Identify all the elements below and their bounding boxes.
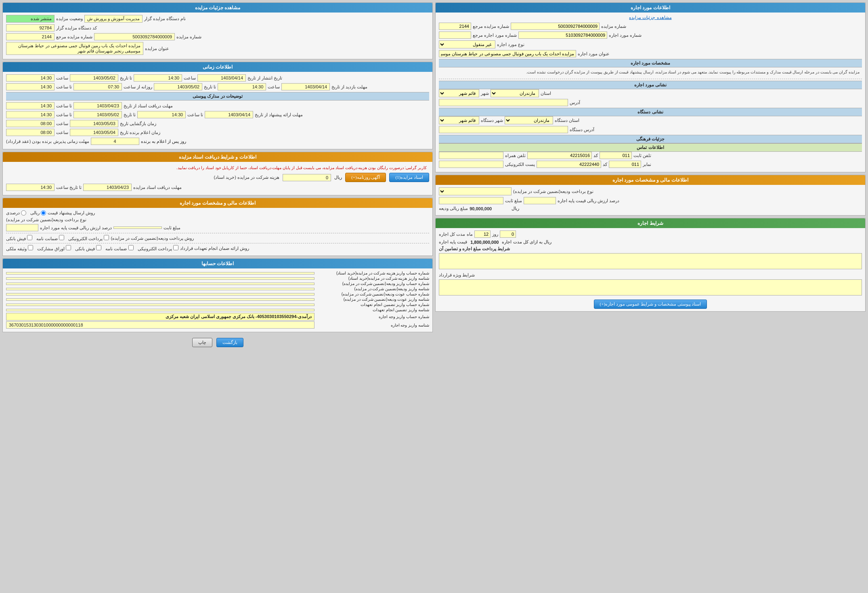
back-button[interactable]: بازگشت bbox=[216, 338, 243, 347]
rent-ref-number-input[interactable] bbox=[439, 31, 471, 39]
special-conditions-textarea[interactable] bbox=[439, 279, 862, 295]
device-city-select[interactable]: قائم شهر bbox=[439, 116, 479, 124]
revise-to-date-value: 1403/05/02 bbox=[154, 83, 202, 90]
offer-deadline-date-value: 1403/04/14 bbox=[205, 111, 253, 118]
device-state-select[interactable]: مازندران bbox=[505, 116, 553, 124]
pay-electronic[interactable]: پرداخت الکترونیکی bbox=[68, 235, 109, 241]
account-row: شناسه واریز ودیعه(تضمین شرکت در مزایده) bbox=[6, 287, 429, 291]
city-select[interactable]: قائم شهر bbox=[439, 89, 479, 97]
attach-button[interactable]: اسناد پیوستی مشخصات و شرایط عمومی مورد ا… bbox=[594, 300, 707, 309]
account-row: شماره حساب عودت ودیعه(تضمین شرکت در مزای… bbox=[6, 292, 429, 296]
contract-guarantee[interactable]: ضمانت نامه bbox=[105, 245, 133, 251]
doc-deadline-date-label: مهلت دریافت اسناد مزایده bbox=[133, 185, 182, 190]
rent-type-select[interactable]: غیر منقول bbox=[439, 40, 495, 48]
rent-number-input[interactable] bbox=[518, 31, 607, 39]
revise-to-time-label: تا ساعت bbox=[56, 84, 72, 90]
contract-property[interactable]: وثیقه ملکی bbox=[6, 245, 33, 251]
contract-days-suffix: روز پس از اعلام به برنده bbox=[141, 139, 186, 144]
fixed-amount-right-label: مبلغ ثابت bbox=[164, 225, 180, 230]
contract-days-value: 4 bbox=[91, 138, 139, 145]
doc-deadline-date-value: 1403/04/23 bbox=[83, 184, 132, 191]
account-row: شناسه واریز هزینه شرکت در مزایده(خرید اس… bbox=[6, 276, 429, 281]
rent-number-label: شماره مورد اجاره bbox=[609, 33, 642, 38]
pay-electronic-check[interactable] bbox=[104, 235, 109, 240]
payment-conditions-textarea[interactable] bbox=[439, 253, 862, 269]
base-price-rent-input[interactable] bbox=[6, 224, 38, 231]
account-value bbox=[6, 277, 314, 280]
account-label: شناسه واریز ودیعه(تضمین شرکت در مزایده) bbox=[316, 287, 429, 291]
revise-to-date-label: تا تاریخ bbox=[204, 84, 216, 90]
fax-code-input[interactable] bbox=[609, 161, 641, 168]
contract-partnership[interactable]: اوراق مشارکت bbox=[37, 245, 71, 251]
email-input[interactable] bbox=[439, 161, 503, 168]
send-price-percent-radio[interactable] bbox=[21, 210, 26, 216]
contract-electronic[interactable]: پرداخت الکترونیکی bbox=[138, 245, 178, 251]
doc-deadline-time-value: 14:30 bbox=[6, 184, 55, 191]
status-value: منتشر شده bbox=[6, 15, 55, 23]
deposit-type-select[interactable] bbox=[439, 187, 512, 195]
contract-guarantee-check[interactable] bbox=[128, 245, 134, 250]
auction-doc-btn[interactable]: اسناد مزایده(1) bbox=[389, 173, 429, 182]
device-city-label: شهر دستگاه bbox=[481, 118, 503, 123]
latest-btn[interactable]: آگهی روزنامه(+) bbox=[345, 173, 386, 182]
state-select[interactable]: مازندران bbox=[491, 89, 539, 97]
account-row: شناسه واریز تضمین انجام تعهدات bbox=[6, 308, 429, 312]
print-button[interactable]: چاپ bbox=[192, 338, 212, 347]
contract-fiche-check[interactable] bbox=[96, 245, 101, 250]
account-row: شماره حساب واریز هزینه شرکت در مزایده(خر… bbox=[6, 271, 429, 275]
publish-to-time-label: ساعت bbox=[56, 75, 68, 81]
fixed-amount-input[interactable] bbox=[439, 197, 503, 204]
contact-header: جزئیات فرهنگی bbox=[439, 135, 862, 143]
account-label: شماره حساب واریز هزینه شرکت در مزایده(خر… bbox=[316, 271, 429, 275]
send-price-percent[interactable]: درصدی bbox=[6, 210, 26, 216]
announce-date-value: 1403/05/04 bbox=[70, 129, 118, 136]
contract-fiche[interactable]: فیش بانکی bbox=[75, 245, 101, 251]
mobile-label: تلفن همراه bbox=[505, 153, 526, 158]
desc-header: توضیحات در مدارک پیوستی bbox=[6, 92, 429, 101]
auction-number-input[interactable] bbox=[511, 23, 600, 30]
contact-info-header: اطلاعات تماس bbox=[439, 143, 862, 152]
pay-guarantee[interactable]: ضمانت نامه bbox=[36, 235, 64, 241]
email-label: پست الکترونیکی bbox=[505, 162, 535, 167]
send-price-rials[interactable]: ریالی bbox=[30, 210, 46, 216]
mobile-input[interactable] bbox=[439, 152, 503, 159]
pay-fiche-check[interactable] bbox=[27, 235, 32, 240]
duration-label: مدت کل اجاره bbox=[439, 232, 465, 237]
city-label: شهر bbox=[481, 91, 489, 96]
auction-title-value: مزایده احداث یک باب رمین فوتبال جمی مصنو… bbox=[6, 42, 143, 55]
payment-method-label: روش پرداخت ودیعه(تضمین شرکت در مزایده) bbox=[111, 236, 194, 241]
duration-months-input[interactable] bbox=[474, 230, 491, 238]
show-details-link[interactable]: مشاهده جزئیات مزایده bbox=[629, 15, 671, 20]
send-price-radio-group: ریالی درصدی bbox=[6, 210, 46, 216]
announce-label: زمان اعلام برنده تاریخ bbox=[120, 130, 160, 135]
account-value bbox=[6, 272, 314, 274]
auction-ref-value: 2144 bbox=[6, 33, 55, 40]
pay-guarantee-check[interactable] bbox=[59, 235, 64, 240]
device-address-input[interactable] bbox=[439, 126, 568, 133]
phone-code-input[interactable] bbox=[600, 152, 632, 159]
address-input[interactable] bbox=[439, 99, 568, 106]
pay-fiche[interactable]: فیش بانکی bbox=[6, 235, 32, 241]
rent-income-id-label: شناسه واریز وجه اجاره bbox=[316, 323, 429, 327]
contract-property-check[interactable] bbox=[28, 245, 33, 250]
phone-input[interactable] bbox=[527, 152, 592, 159]
account-row: شناسه واریز عودت ودیعه(تضمین شرکت در مزا… bbox=[6, 297, 429, 302]
rent-title-input[interactable] bbox=[439, 50, 576, 57]
account-value bbox=[6, 309, 314, 311]
account-value bbox=[6, 288, 314, 290]
currency-label: ریال bbox=[512, 206, 519, 211]
account-value bbox=[6, 293, 314, 295]
duration-days-input[interactable] bbox=[500, 230, 516, 238]
send-price-rial-radio[interactable] bbox=[41, 210, 46, 216]
payment-conditions-bold: شرایط پرداخت مبلغ اجاره و تضامین آن bbox=[439, 246, 510, 251]
reference-number-input[interactable] bbox=[439, 23, 471, 30]
revise-date-label: مهلت بازدید از تاریخ bbox=[331, 84, 367, 90]
contract-partnership-check[interactable] bbox=[66, 245, 71, 250]
contract-method-group: پرداخت الکترونیکی ضمانت نامه فیش بانکی bbox=[6, 245, 178, 251]
contract-electronic-check[interactable] bbox=[173, 245, 178, 250]
fax-input[interactable] bbox=[537, 161, 601, 168]
rent-income-id-value: 367030153130301000000000000118 bbox=[6, 321, 314, 329]
offer-deadline-to-date-value: 1403/05/02 bbox=[73, 111, 122, 118]
base-percent-input[interactable] bbox=[524, 197, 556, 204]
revise-from-time-label: روزانه از ساعت bbox=[124, 84, 152, 90]
